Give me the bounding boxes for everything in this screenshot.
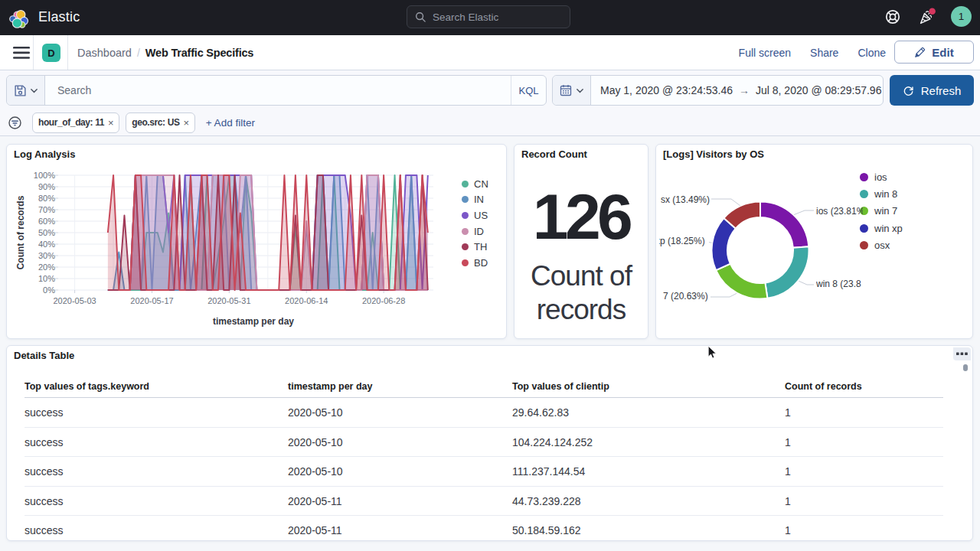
legend-label: ID (474, 226, 484, 237)
remove-filter-icon[interactable]: × (184, 117, 189, 129)
donut-callout-label: sx (13.49%) (661, 194, 711, 205)
filter-pill[interactable]: hour_of_day: 11× (32, 112, 119, 133)
table-header-2[interactable]: Top values of clientip (512, 381, 609, 392)
date-start[interactable]: May 1, 2020 @ 23:24:53.46 (600, 84, 733, 96)
legend-label: win xp (874, 223, 903, 234)
legend-label: CN (474, 178, 488, 190)
table-row[interactable]: success2020-05-1029.64.62.831 (24, 398, 943, 428)
table-cell: 2020-05-10 (288, 406, 343, 419)
x-tick-label: 2020-05-31 (207, 296, 250, 305)
donut-slice-win-7[interactable] (716, 264, 767, 299)
table-cell: 1 (785, 406, 791, 419)
x-tick-label: 2020-05-03 (53, 296, 96, 305)
panel-options-button[interactable] (953, 347, 971, 360)
legend-label: ios (874, 171, 887, 183)
elastic-logo-icon[interactable] (8, 5, 32, 30)
y-tick-label: 80% (38, 194, 55, 203)
y-tick-label: 40% (38, 240, 55, 249)
query-input[interactable]: Search (57, 76, 91, 105)
filter-pill-label: geo.src: US (132, 117, 179, 128)
table-cell: 29.64.62.83 (512, 406, 569, 419)
legend-dot (860, 190, 868, 198)
nav-action-share[interactable]: Share (810, 47, 838, 59)
donut-slice-ios[interactable] (760, 202, 808, 248)
table-header-3[interactable]: Count of records (785, 381, 862, 392)
area-chart[interactable]: 0%10%20%30%40%50%60%70%80%90%100%2020-05… (7, 145, 507, 338)
table-cell: 104.224.124.252 (512, 436, 593, 448)
scrollbar-thumb[interactable] (963, 364, 968, 371)
table-row[interactable]: success2020-05-1150.184.59.1621 (24, 516, 943, 541)
filter-pill[interactable]: geo.src: US× (126, 112, 195, 133)
metric-label-line2: records (514, 293, 648, 327)
chart-legend: ioswin 8win 7win xposx (860, 168, 903, 254)
user-avatar[interactable]: 1 (951, 6, 972, 27)
legend-item-BD[interactable]: BD (462, 255, 488, 271)
nav-action-full-screen[interactable]: Full screen (739, 47, 791, 59)
y-tick-label: 20% (38, 262, 55, 272)
x-tick-label: 2020-06-14 (285, 296, 328, 305)
legend-item-ID[interactable]: ID (462, 223, 488, 240)
legend-item-win-8[interactable]: win 8 (860, 185, 903, 202)
global-search-placeholder: Search Elastic (433, 11, 498, 23)
table-cell: 1 (785, 465, 791, 478)
remove-filter-icon[interactable]: × (108, 117, 113, 129)
table-header-0[interactable]: Top values of tags.keyword (24, 381, 149, 392)
donut-slice-win-8[interactable] (765, 246, 808, 298)
saved-query-menu-button[interactable] (7, 76, 45, 105)
y-tick-label: 10% (38, 274, 55, 283)
nav-separator (67, 35, 68, 70)
table-row[interactable]: success2020-05-1144.73.239.2281 (24, 487, 943, 517)
legend-dot (462, 228, 469, 235)
breadcrumb-dashboard[interactable]: Dashboard (77, 47, 132, 59)
date-end[interactable]: Jul 8, 2020 @ 08:29:57.96 (756, 84, 881, 96)
kql-button[interactable]: KQL (511, 76, 546, 105)
help-icon[interactable] (884, 8, 902, 26)
legend-item-US[interactable]: US (462, 207, 488, 223)
legend-dot (860, 173, 868, 181)
panel-title: Log Analysis (14, 148, 75, 160)
y-tick-label: 100% (34, 171, 55, 180)
panel-title: [Logs] Visitors by OS (663, 148, 764, 160)
legend-item-IN[interactable]: IN (462, 192, 488, 208)
table-cell: 1 (785, 436, 791, 448)
space-badge[interactable]: D (42, 44, 60, 62)
x-axis-title: timestamp per day (213, 316, 294, 327)
legend-item-osx[interactable]: osx (860, 237, 903, 254)
table-row[interactable]: success2020-05-10104.224.124.2521 (24, 428, 943, 458)
table-cell: 50.184.59.162 (512, 524, 581, 536)
legend-item-TH[interactable]: TH (462, 239, 488, 255)
table-cell: 2020-05-10 (288, 465, 343, 478)
callout-line (710, 293, 737, 297)
metric-label: Count of records (514, 259, 648, 327)
search-icon (415, 11, 426, 23)
table-row[interactable]: success2020-05-10111.237.144.541 (24, 457, 943, 487)
add-filter-button[interactable]: + Add filter (206, 117, 255, 129)
breadcrumb: Dashboard / Web Traffic Specifics (77, 35, 253, 70)
refresh-icon (903, 85, 914, 96)
callout-line (799, 281, 814, 285)
menu-icon[interactable] (12, 46, 31, 60)
refresh-button[interactable]: Refresh (890, 75, 974, 106)
newsfeed-icon[interactable] (917, 8, 936, 26)
nav-actions: Full screenShareClone (739, 35, 886, 70)
metric-label-line1: Count of (514, 259, 648, 293)
legend-item-ios[interactable]: ios (860, 168, 903, 185)
legend-label: osx (874, 240, 890, 251)
panel-title: Details Table (14, 350, 74, 361)
refresh-button-label: Refresh (921, 84, 962, 97)
filter-icon[interactable] (8, 116, 21, 129)
global-search-input[interactable]: Search Elastic (407, 5, 570, 28)
legend-label: win 7 (874, 205, 897, 217)
global-header: Elastic Search Elastic 1 (0, 0, 980, 35)
edit-button[interactable]: Edit (894, 41, 974, 64)
legend-item-win-xp[interactable]: win xp (860, 220, 903, 236)
donut-callout-label: win 8 (23.8 (816, 279, 863, 289)
table-header-1[interactable]: timestamp per day (288, 381, 372, 392)
nav-action-clone[interactable]: Clone (858, 47, 886, 59)
table-cell: success (24, 465, 64, 478)
notification-dot (929, 8, 936, 15)
legend-item-win-7[interactable]: win 7 (860, 203, 903, 220)
donut-callout-label: xp (18.25%) (659, 236, 708, 246)
legend-item-CN[interactable]: CN (462, 176, 488, 192)
date-quick-menu-button[interactable] (553, 76, 591, 105)
